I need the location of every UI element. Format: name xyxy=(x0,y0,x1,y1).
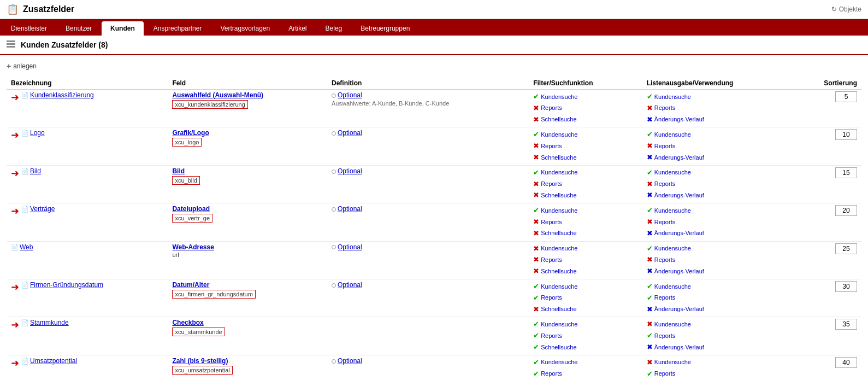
liste-link[interactable]: Kundensuche xyxy=(654,282,691,292)
optional-link[interactable]: Optional xyxy=(338,91,362,99)
cell-liste-6: ✖Kundensuche✔Reports✖Änderungs-Verlauf xyxy=(642,317,795,355)
row-icon: 📄 xyxy=(21,168,29,175)
filter-link[interactable]: Kundensuche xyxy=(541,130,577,140)
filter-link[interactable]: Reports xyxy=(541,255,562,265)
filter-link[interactable]: Kundensuche xyxy=(541,92,577,102)
optional-link[interactable]: Optional xyxy=(338,167,362,175)
filter-link[interactable]: Kundensuche xyxy=(541,358,577,367)
liste-link[interactable]: Reports xyxy=(654,218,676,227)
filter-link[interactable]: Kundensuche xyxy=(541,168,577,178)
liste-link[interactable]: Reports xyxy=(654,103,676,113)
liste-link[interactable]: Änderungs-Verlauf xyxy=(654,115,704,125)
filter-link[interactable]: Kundensuche xyxy=(541,244,577,254)
header-refresh[interactable]: ↻ Objekte xyxy=(831,5,861,13)
filter-link[interactable]: Schnellsuche xyxy=(541,115,576,125)
field-type[interactable]: Checkbox xyxy=(172,319,203,326)
field-type[interactable]: Bild xyxy=(172,167,185,175)
sort-input[interactable] xyxy=(835,357,857,368)
bezeichnung-label[interactable]: Verträge xyxy=(30,205,55,213)
filter-link[interactable]: Schnellsuche xyxy=(541,191,576,201)
arrow-indicator: ➜ xyxy=(11,319,19,331)
bezeichnung-label[interactable]: Firmen-Gründungsdatum xyxy=(30,281,103,289)
tab-artikel[interactable]: Artikel xyxy=(280,21,315,36)
field-type[interactable]: Auswahlfeld (Auswahl-Menü) xyxy=(172,91,263,99)
filter-link[interactable]: Reports xyxy=(541,218,562,227)
filter-link[interactable]: Schnellsuche xyxy=(541,305,576,314)
liste-link[interactable]: Reports xyxy=(654,142,676,151)
bezeichnung-label[interactable]: Bild xyxy=(30,167,41,175)
filter-link[interactable]: Kundensuche xyxy=(541,282,577,292)
filter-link[interactable]: Reports xyxy=(541,179,562,189)
sort-input[interactable] xyxy=(835,281,857,292)
optional-link[interactable]: Optional xyxy=(338,357,362,365)
tab-dienstleister[interactable]: Dienstleister xyxy=(2,21,56,36)
field-type[interactable]: Grafik/Logo xyxy=(172,129,209,137)
sort-input[interactable] xyxy=(835,243,857,254)
filter-link[interactable]: Kundensuche xyxy=(541,206,577,216)
liste-link[interactable]: Kundensuche xyxy=(654,244,691,254)
liste-link[interactable]: Kundensuche xyxy=(654,92,691,102)
field-type[interactable]: Zahl (bis 9-stellig) xyxy=(172,357,228,365)
liste-link[interactable]: Änderungs-Verlauf xyxy=(654,191,704,201)
liste-link[interactable]: Kundensuche xyxy=(654,320,691,330)
table-row: ➜📄VerträgeDateiuploadxcu_vertr_geOptiona… xyxy=(7,203,861,241)
tab-ansprechpartner[interactable]: Ansprechpartner xyxy=(145,21,211,36)
sort-input[interactable] xyxy=(835,129,857,140)
filter-link[interactable]: Schnellsuche xyxy=(541,343,576,353)
liste-link[interactable]: Änderungs-Verlauf xyxy=(654,229,704,238)
liste-link[interactable]: Kundensuche xyxy=(654,358,691,367)
filter-link[interactable]: Reports xyxy=(541,331,562,341)
liste-link[interactable]: Kundensuche xyxy=(654,168,691,178)
field-type[interactable]: Dateiupload xyxy=(172,205,210,213)
bezeichnung-label[interactable]: Kundenklassifizierung xyxy=(30,91,94,99)
sort-input[interactable] xyxy=(835,205,857,216)
filter-link[interactable]: Schnellsuche xyxy=(541,267,576,277)
tab-vertragsvorlagen[interactable]: Vertragsvorlagen xyxy=(211,21,279,36)
liste-link[interactable]: Reports xyxy=(654,255,676,265)
liste-link[interactable]: Kundensuche xyxy=(654,130,691,140)
field-type[interactable]: Datum/Alter xyxy=(172,281,209,289)
sort-input[interactable] xyxy=(835,167,857,178)
liste-link[interactable]: Änderungs-Verlauf xyxy=(654,343,704,353)
cell-filter-2: ✔Kundensuche✖Reports✖Schnellsuche xyxy=(529,165,642,203)
liste-link[interactable]: Reports xyxy=(654,369,676,379)
liste-link[interactable]: Kundensuche xyxy=(654,206,691,216)
add-button[interactable]: + anlegen xyxy=(7,60,37,73)
liste-item: ✖Änderungs-Verlauf xyxy=(647,114,790,126)
field-type[interactable]: Web-Adresse xyxy=(172,243,214,251)
bezeichnung-label[interactable]: Stammkunde xyxy=(30,319,69,326)
liste-link[interactable]: Reports xyxy=(654,293,676,303)
filter-link[interactable]: Reports xyxy=(541,369,562,379)
bezeichnung-label[interactable]: Umsatzpotential xyxy=(30,357,77,365)
liste-item: ✖Reports xyxy=(647,217,790,228)
liste-link[interactable]: Änderungs-Verlauf xyxy=(654,267,704,277)
tab-kunden[interactable]: Kunden xyxy=(102,21,144,36)
liste-link[interactable]: Reports xyxy=(654,179,676,189)
cell-bezeichnung-4: 📄Web xyxy=(7,241,168,279)
svg-rect-4 xyxy=(7,46,9,48)
optional-link[interactable]: Optional xyxy=(338,281,362,289)
optional-link[interactable]: Optional xyxy=(338,205,362,213)
liste-link[interactable]: Reports xyxy=(654,331,676,341)
bezeichnung-label[interactable]: Web xyxy=(20,243,33,251)
tab-bar: DienstleisterBenutzerKundenAnsprechpartn… xyxy=(0,19,868,36)
tab-benutzer[interactable]: Benutzer xyxy=(57,21,101,36)
cell-liste-4: ✔Kundensuche✖Reports✖Änderungs-Verlauf xyxy=(642,241,795,279)
bezeichnung-label[interactable]: Logo xyxy=(30,129,45,137)
filter-link[interactable]: Schnellsuche xyxy=(541,229,576,238)
filter-item: ✖Kundensuche xyxy=(533,243,638,255)
tab-betreuergruppen[interactable]: Betreuergruppen xyxy=(352,21,418,36)
optional-circle xyxy=(332,131,336,136)
filter-link[interactable]: Reports xyxy=(541,103,562,113)
tab-beleg[interactable]: Beleg xyxy=(317,21,351,36)
sort-input[interactable] xyxy=(835,319,857,330)
filter-link[interactable]: Reports xyxy=(541,293,562,303)
filter-link[interactable]: Reports xyxy=(541,142,562,151)
liste-link[interactable]: Änderungs-Verlauf xyxy=(654,153,704,163)
liste-link[interactable]: Änderungs-Verlauf xyxy=(654,305,704,314)
optional-link[interactable]: Optional xyxy=(338,129,362,137)
optional-link[interactable]: Optional xyxy=(338,243,362,251)
sort-input[interactable] xyxy=(835,91,857,102)
filter-link[interactable]: Schnellsuche xyxy=(541,153,576,163)
filter-link[interactable]: Kundensuche xyxy=(541,320,577,330)
